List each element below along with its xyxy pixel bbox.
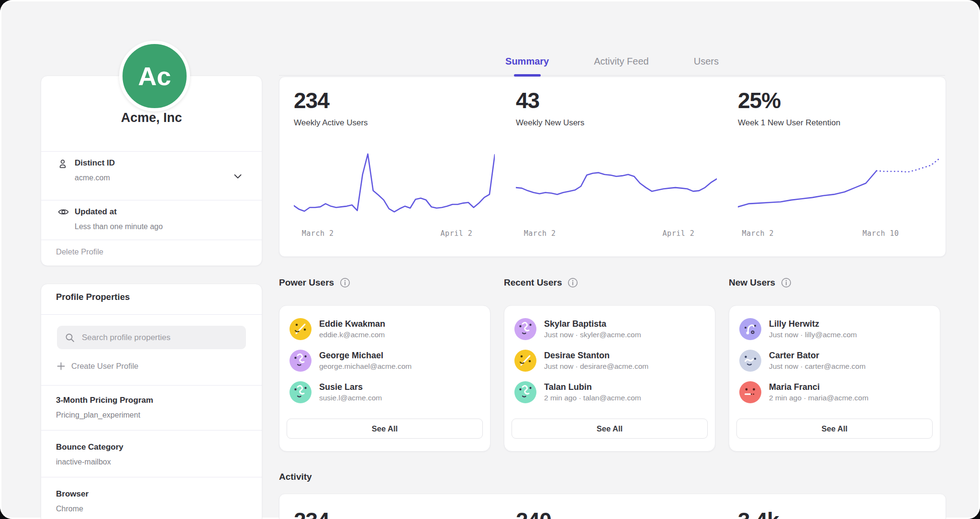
user-name: Susie Lars [319, 382, 382, 392]
user-row[interactable]: Maria Franci2 min ago · maria@acme.com [739, 376, 940, 408]
user-detail: susie.l@acme.com [319, 394, 382, 402]
section-header-new-users: New Users [729, 277, 791, 288]
see-all-button[interactable]: See All [736, 419, 933, 439]
stat-column: 25%Week 1 New User RetentionMarch 2March… [724, 77, 946, 256]
user-detail: Just now · carter@acme.com [769, 362, 866, 371]
activity-section-title: Activity [279, 472, 312, 482]
stat-label: Weekly Active Users [294, 118, 368, 128]
tab-users[interactable]: Users [694, 48, 719, 75]
face-wave-icon [739, 350, 761, 372]
user-name: Skylar Baptista [544, 319, 641, 329]
profile-properties-search[interactable] [57, 326, 246, 349]
divider [41, 240, 262, 240]
divider [41, 477, 262, 477]
eye-icon [58, 208, 69, 218]
divider [41, 314, 262, 315]
stat-label: Week 1 New User Retention [738, 118, 840, 128]
user-detail: Just now · lilly@acme.com [769, 331, 857, 339]
delete-profile-button[interactable]: Delete Profile [56, 247, 103, 256]
x-axis-tick: April 2 [441, 229, 473, 238]
user-name: Maria Franci [769, 382, 869, 392]
stat-label: Weekly New Users [516, 118, 584, 128]
see-all-button[interactable]: See All [512, 419, 708, 439]
user-detail: Just now · desirare@acme.com [544, 362, 648, 371]
face-squiggle-icon [290, 350, 312, 372]
company-name: Acme, Inc [41, 110, 262, 125]
section-title: Recent Users [504, 277, 562, 288]
x-axis-tick: April 2 [663, 229, 695, 238]
info-icon[interactable] [340, 277, 350, 288]
property-name: Browser [56, 489, 247, 499]
stat-value: 234 [294, 88, 329, 113]
x-axis-tick: March 2 [524, 229, 556, 238]
tab-summary[interactable]: Summary [505, 48, 549, 75]
create-user-profile-label: Create User Profile [71, 362, 138, 371]
see-all-button[interactable]: See All [287, 419, 483, 439]
face-squiggle-icon [514, 381, 536, 403]
tab-activity-feed[interactable]: Activity Feed [594, 48, 648, 75]
stat-column: 234Weekly Active UsersMarch 2April 2 [279, 77, 501, 256]
face-flat-icon [739, 381, 761, 403]
property-name: 3-Month Pricing Program [56, 396, 247, 405]
user-name: Desirae Stanton [544, 351, 648, 361]
user-row[interactable]: Lilly HerwitzJust now · lilly@acme.com [739, 313, 940, 345]
divider [41, 200, 262, 200]
stat-value: 43 [516, 88, 539, 113]
user-row[interactable]: Talan Lubin2 min ago · talan@acme.com [514, 376, 715, 408]
activity-stats-card: 2342403.4k [279, 494, 946, 519]
field-value: Less than one minute ago [75, 222, 163, 231]
user-row[interactable]: Susie Larssusie.l@acme.com [290, 376, 490, 408]
user-detail: george.michael@acme.com [319, 362, 412, 371]
x-axis-tick: March 2 [302, 229, 334, 238]
line-chart [516, 149, 717, 216]
info-icon[interactable] [568, 277, 578, 288]
user-row[interactable]: Desirae StantonJust now · desirare@acme.… [514, 345, 715, 376]
profile-tabs: SummaryActivity FeedUsers [279, 48, 945, 76]
x-axis-tick: March 10 [862, 229, 899, 238]
property-row[interactable]: Bounce Categoryinactive-mailbox [56, 442, 247, 466]
plus-icon [57, 362, 65, 370]
user-name: Carter Bator [769, 351, 866, 361]
user-name: Lilly Herwitz [769, 319, 857, 329]
person-icon [58, 159, 67, 171]
property-name: Bounce Category [56, 442, 247, 452]
face-note-icon [739, 318, 761, 340]
user-name: Talan Lubin [544, 382, 641, 392]
property-value: Pricing_plan_experiment [56, 411, 247, 420]
user-row[interactable]: Eddie Kwakmaneddie.k@acme.com [290, 313, 490, 345]
company-initials: Ac [138, 61, 171, 91]
power-users-card: Eddie Kwakmaneddie.k@acme.comGeorge Mich… [279, 305, 490, 452]
company-field-row[interactable]: Updated atLess than one minute ago [41, 200, 262, 249]
chevron-down-icon[interactable] [234, 174, 242, 179]
stat-column: 43Weekly New UsersMarch 2April 2 [501, 77, 724, 256]
property-value: inactive-mailbox [56, 458, 247, 466]
property-row[interactable]: 3-Month Pricing ProgramPricing_plan_expe… [56, 396, 247, 420]
stat-value: 25% [738, 88, 780, 113]
user-row[interactable]: Carter BatorJust now · carter@acme.com [739, 345, 940, 376]
x-axis-tick: March 2 [742, 229, 774, 238]
user-detail: 2 min ago · maria@acme.com [769, 394, 869, 402]
company-avatar: Ac [119, 41, 190, 111]
divider [41, 385, 262, 386]
property-row[interactable]: BrowserChrome [56, 489, 247, 513]
info-icon[interactable] [781, 277, 791, 288]
user-row[interactable]: Skylar BaptistaJust now · skyler@acme.co… [514, 313, 715, 345]
property-value: Chrome [56, 505, 247, 513]
section-title: Power Users [279, 277, 334, 288]
user-row[interactable]: George Michaelgeorge.michael@acme.com [290, 345, 490, 376]
section-title: New Users [729, 277, 775, 288]
divider [41, 430, 262, 431]
recent-users-card: Skylar BaptistaJust now · skyler@acme.co… [504, 305, 715, 452]
profile-properties-title: Profile Properties [56, 292, 130, 302]
create-user-profile-button[interactable]: Create User Profile [57, 362, 138, 371]
user-name: Eddie Kwakman [319, 319, 385, 329]
company-field-row[interactable]: Distinct IDacme.com [41, 151, 262, 200]
field-value: acme.com [75, 174, 110, 182]
line-chart [294, 149, 495, 216]
line-chart [738, 149, 939, 216]
search-input[interactable] [81, 332, 246, 343]
search-icon [65, 333, 75, 342]
user-name: George Michael [319, 351, 412, 361]
profile-properties-card: Profile Properties Create User Profile 3… [41, 284, 262, 519]
field-label: Updated at [75, 207, 117, 217]
